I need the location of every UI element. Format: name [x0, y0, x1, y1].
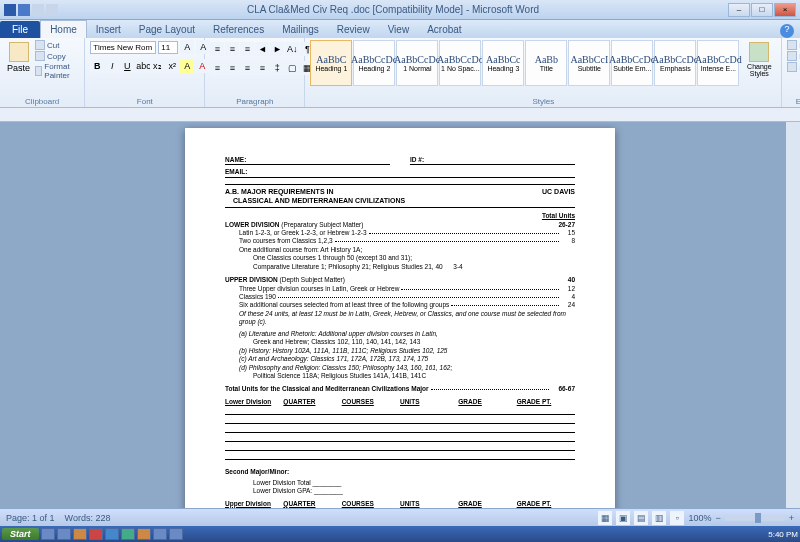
italic-button[interactable]: I: [105, 59, 119, 73]
start-button[interactable]: Start: [2, 528, 39, 540]
align-right-button[interactable]: ≡: [240, 61, 254, 75]
replace-button[interactable]: Replace: [787, 51, 800, 61]
paste-label: Paste: [7, 63, 30, 73]
taskbar-icon[interactable]: [153, 528, 167, 540]
zoom-level[interactable]: 100%: [688, 513, 711, 523]
taskbar-icon[interactable]: [73, 528, 87, 540]
ruler[interactable]: [0, 108, 800, 122]
paste-icon: [9, 42, 29, 62]
total-units-hdr: Total Units: [542, 212, 575, 220]
help-icon[interactable]: ?: [780, 24, 794, 38]
tab-insert[interactable]: Insert: [87, 21, 130, 38]
bullets-button[interactable]: ≡: [210, 42, 224, 56]
sort-button[interactable]: A↓: [285, 42, 299, 56]
style-heading3[interactable]: AaBbCcHeading 3: [482, 40, 524, 86]
select-button[interactable]: Select: [787, 62, 800, 72]
taskbar-icon[interactable]: [57, 528, 71, 540]
taskbar-icon[interactable]: [137, 528, 151, 540]
style-emphasis[interactable]: AaBbCcDdEmphasis: [654, 40, 696, 86]
clipboard-label: Clipboard: [0, 97, 84, 106]
id-label: ID #:: [410, 156, 424, 163]
major-title: A.B. MAJOR REQUIREMENTS INCLASSICAL AND …: [225, 184, 575, 208]
group-editing: Find Replace Select Editing: [782, 38, 800, 107]
group-font: A A B I U abc x₂ x² A A Font: [85, 38, 205, 107]
shading-button[interactable]: ▢: [285, 61, 299, 75]
tab-pagelayout[interactable]: Page Layout: [130, 21, 204, 38]
highlight-button[interactable]: A: [180, 59, 194, 73]
linespacing-button[interactable]: ‡: [270, 61, 284, 75]
undo-icon[interactable]: [32, 4, 44, 16]
view-outline-button[interactable]: ▥: [652, 511, 666, 525]
change-styles-button[interactable]: Change Styles: [742, 40, 776, 79]
align-left-button[interactable]: ≡: [210, 61, 224, 75]
group-paragraph: ≡ ≡ ≡ ◄ ► A↓ ¶ ≡ ≡ ≡ ≡ ‡ ▢ ▦ Paragraph: [205, 38, 305, 107]
find-button[interactable]: Find: [787, 40, 800, 50]
word-count[interactable]: Words: 228: [65, 513, 111, 523]
redo-icon[interactable]: [46, 4, 58, 16]
file-tab[interactable]: File: [0, 21, 40, 38]
style-normal[interactable]: AaBbCcDd1 Normal: [396, 40, 438, 86]
view-print-button[interactable]: ▦: [598, 511, 612, 525]
style-title[interactable]: AaBbTitle: [525, 40, 567, 86]
superscript-button[interactable]: x²: [165, 59, 179, 73]
group-styles: AaBbCHeading 1 AaBbCcDdHeading 2 AaBbCcD…: [305, 38, 782, 107]
tab-home[interactable]: Home: [40, 20, 87, 38]
window-title: CLA Cla&Med Civ Req .doc [Compatibility …: [58, 4, 728, 15]
find-icon: [787, 40, 797, 50]
window-controls: – □ ×: [728, 3, 796, 17]
minimize-button[interactable]: –: [728, 3, 750, 17]
view-fullscreen-button[interactable]: ▣: [616, 511, 630, 525]
lower-div-hdr: LOWER DIVISION: [225, 221, 280, 228]
multilevel-button[interactable]: ≡: [240, 42, 254, 56]
style-heading2[interactable]: AaBbCcDdHeading 2: [353, 40, 395, 86]
cut-button[interactable]: Cut: [35, 40, 79, 50]
styles-gallery[interactable]: AaBbCHeading 1 AaBbCcDdHeading 2 AaBbCcD…: [310, 40, 739, 86]
justify-button[interactable]: ≡: [255, 61, 269, 75]
bold-button[interactable]: B: [90, 59, 104, 73]
taskbar-icon[interactable]: [105, 528, 119, 540]
taskbar-icon[interactable]: [41, 528, 55, 540]
style-heading1[interactable]: AaBbCHeading 1: [310, 40, 352, 86]
quick-access-toolbar: [4, 4, 58, 16]
font-size-input[interactable]: [158, 41, 178, 54]
paste-button[interactable]: Paste: [5, 40, 32, 75]
style-nospacing[interactable]: AaBbCcDd1 No Spac...: [439, 40, 481, 86]
taskbar: Start 5:40 PM: [0, 526, 800, 542]
style-subtitle[interactable]: AaBbCcISubtitle: [568, 40, 610, 86]
font-name-input[interactable]: [90, 41, 156, 54]
grow-font-button[interactable]: A: [180, 40, 194, 54]
document-area[interactable]: NAME:ID #: EMAIL: A.B. MAJOR REQUIREMENT…: [0, 122, 800, 508]
tab-acrobat[interactable]: Acrobat: [418, 21, 470, 38]
tab-view[interactable]: View: [379, 21, 419, 38]
zoom-slider[interactable]: [725, 515, 785, 521]
table-header-upper: Upper DivisionQUARTERCOURSESUNITSGRADEGR…: [225, 500, 575, 508]
tab-mailings[interactable]: Mailings: [273, 21, 328, 38]
taskbar-icon[interactable]: [89, 528, 103, 540]
close-button[interactable]: ×: [774, 3, 796, 17]
indent-inc-button[interactable]: ►: [270, 42, 284, 56]
tab-references[interactable]: References: [204, 21, 273, 38]
taskbar-icon[interactable]: [121, 528, 135, 540]
taskbar-icon[interactable]: [169, 528, 183, 540]
format-painter-button[interactable]: Format Painter: [35, 62, 79, 80]
maximize-button[interactable]: □: [751, 3, 773, 17]
system-tray[interactable]: 5:40 PM: [768, 530, 798, 539]
style-subtleem[interactable]: AaBbCcDdSubtle Em...: [611, 40, 653, 86]
zoom-in-button[interactable]: +: [789, 513, 794, 523]
view-web-button[interactable]: ▤: [634, 511, 648, 525]
style-intenseem[interactable]: AaBbCcDdIntense E...: [697, 40, 739, 86]
align-center-button[interactable]: ≡: [225, 61, 239, 75]
indent-dec-button[interactable]: ◄: [255, 42, 269, 56]
strike-button[interactable]: abc: [135, 59, 149, 73]
underline-button[interactable]: U: [120, 59, 134, 73]
tab-review[interactable]: Review: [328, 21, 379, 38]
vertical-scrollbar[interactable]: [786, 122, 800, 508]
numbering-button[interactable]: ≡: [225, 42, 239, 56]
subscript-button[interactable]: x₂: [150, 59, 164, 73]
page-count[interactable]: Page: 1 of 1: [6, 513, 55, 523]
select-icon: [787, 62, 797, 72]
view-draft-button[interactable]: ▫: [670, 511, 684, 525]
copy-button[interactable]: Copy: [35, 51, 79, 61]
save-icon[interactable]: [18, 4, 30, 16]
zoom-out-button[interactable]: −: [715, 513, 720, 523]
